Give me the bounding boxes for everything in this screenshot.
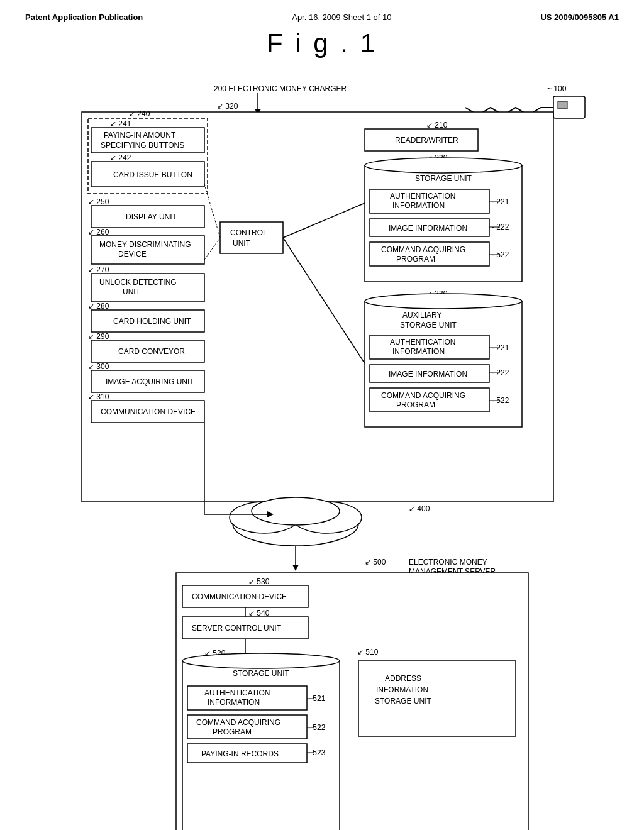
server-comm-label: COMMUNICATION DEVICE — [192, 592, 287, 601]
header-right: US 2009/0095805 A1 — [540, 13, 619, 22]
ref-240: ↙ 240 — [129, 109, 150, 118]
unlock-label2: UNIT — [123, 287, 141, 296]
page-header: Patent Application Publication Apr. 16, … — [25, 13, 619, 22]
svg-rect-3 — [558, 101, 567, 109]
aux-storage-label2: STORAGE UNIT — [400, 321, 457, 329]
svg-point-26 — [365, 294, 522, 309]
emcharger-label: 200 ELECTRONIC MONEY CHARGER — [214, 84, 347, 93]
server-cmd-label: COMMAND ACQUIRING — [196, 718, 280, 727]
comm-device-label: COMMUNICATION DEVICE — [101, 407, 196, 416]
image-info-2: IMAGE INFORMATION — [389, 370, 467, 379]
image-info-1: IMAGE INFORMATION — [389, 224, 467, 233]
svg-point-40 — [252, 497, 340, 525]
auth-info-2b: INFORMATION — [392, 347, 445, 356]
ref-530: ↙ 530 — [248, 577, 270, 586]
ref-241a: ↙ 241 — [110, 119, 131, 128]
display-label: DISPLAY UNIT — [126, 213, 177, 221]
aux-storage-label: AUXILIARY — [402, 311, 441, 319]
ref-280: ↙ 280 — [88, 302, 109, 311]
card-issue-label: CARD ISSUE BUTTON — [113, 170, 192, 179]
svg-rect-15 — [220, 222, 283, 253]
svg-point-18 — [365, 158, 522, 173]
paying-in-label2: SPECIFYING BUTTONS — [101, 141, 184, 150]
cmd-prog-2b: PROGRAM — [396, 401, 435, 409]
unlock-label: UNLOCK DETECTING — [99, 278, 177, 287]
reader-writer-label: READER/WRITER — [395, 136, 458, 145]
header-left: Patent Application Publication — [25, 13, 143, 22]
ref-242: ↙ 242 — [110, 153, 131, 162]
addr-info-label2: INFORMATION — [376, 685, 428, 694]
card-holding-label: CARD HOLDING UNIT — [113, 317, 191, 326]
paying-in-label: PAYING-IN AMOUNT — [104, 131, 176, 140]
ref-250: ↙ 250 — [88, 197, 109, 206]
cmd-prog-1b: PROGRAM — [396, 255, 435, 263]
server-auth-label: AUTHENTICATION — [204, 689, 270, 697]
server-paying-label: PAYING-IN RECORDS — [201, 750, 279, 758]
figure-title: F i g . 1 — [25, 28, 619, 58]
svg-marker-45 — [292, 565, 299, 571]
server-label: ELECTRONIC MONEY — [409, 558, 487, 567]
header-center: Apr. 16, 2009 Sheet 1 of 10 — [292, 13, 391, 22]
ref-300: ↙ 300 — [88, 362, 109, 371]
svg-point-50 — [182, 653, 340, 668]
server-storage-label: STORAGE UNIT — [233, 669, 289, 678]
ref-210: ↙ 210 — [426, 121, 448, 130]
ref-310: ↙ 310 — [88, 392, 109, 401]
card-conveyor-label: CARD CONVEYOR — [118, 347, 185, 356]
cmd-prog-2: COMMAND ACQUIRING — [381, 391, 465, 400]
ref-500: ↙ 500 — [365, 558, 386, 567]
addr-info-label: ADDRESS — [385, 674, 421, 683]
control-unit-label: CONTROL — [230, 228, 267, 237]
money-disc-label2: DEVICE — [118, 250, 147, 258]
ref-320: ↙ 320 — [217, 102, 238, 111]
money-disc-label: MONEY DISCRIMINATING — [99, 240, 191, 249]
ref-270: ↙ 270 — [88, 265, 109, 274]
main-diagram: 200 ELECTRONIC MONEY CHARGER ~ 100 ↙ 320… — [25, 77, 629, 830]
image-acq-label: IMAGE ACQUIRING UNIT — [106, 377, 194, 386]
storage-unit-label: STORAGE UNIT — [415, 174, 472, 183]
ref-510: ↙ 510 — [357, 648, 379, 656]
ref-290: ↙ 290 — [88, 332, 109, 341]
auth-info-2: AUTHENTICATION — [390, 338, 455, 346]
ref-260: ↙ 260 — [88, 228, 109, 236]
page: Patent Application Publication Apr. 16, … — [0, 0, 644, 830]
cmd-prog-1: COMMAND ACQUIRING — [381, 245, 465, 254]
control-unit-label2: UNIT — [233, 239, 251, 248]
server-auth-label2: INFORMATION — [208, 698, 260, 707]
ref-540: ↙ 540 — [248, 609, 270, 617]
server-cmd-label2: PROGRAM — [213, 728, 252, 736]
auth-info-1: AUTHENTICATION — [390, 192, 455, 201]
ref-400: ↙ 400 — [409, 504, 430, 513]
server-control-label: SERVER CONTROL UNIT — [192, 624, 282, 633]
ref-100: ~ 100 — [547, 84, 567, 93]
auth-info-1b: INFORMATION — [392, 201, 445, 210]
addr-info-label3: STORAGE UNIT — [375, 697, 431, 706]
